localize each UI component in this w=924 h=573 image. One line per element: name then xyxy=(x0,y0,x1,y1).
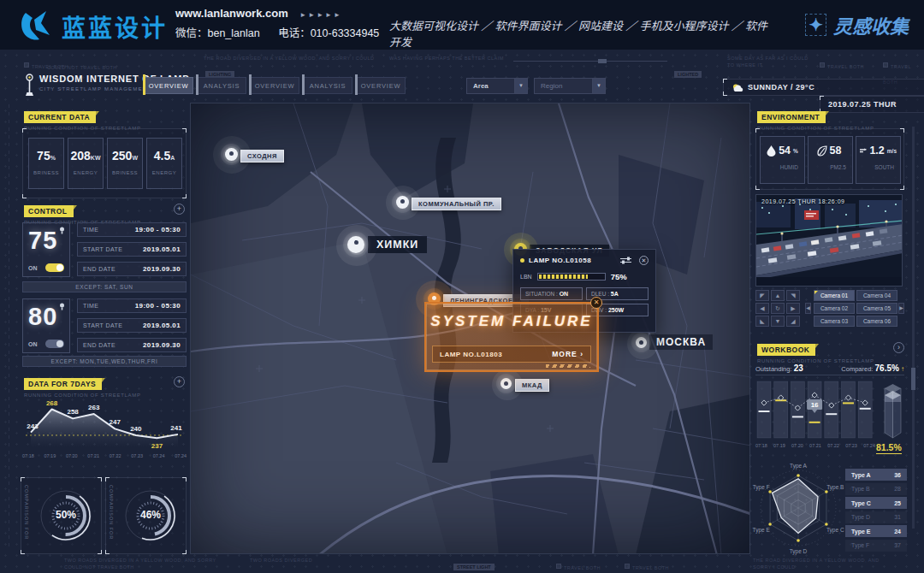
type-row-d[interactable]: Type D31 xyxy=(845,511,907,523)
lamp-toggle-2[interactable] xyxy=(45,340,64,348)
stat-unit: W xyxy=(132,155,138,161)
tab-analysis-2[interactable]: ANALYSIS xyxy=(303,77,352,94)
svg-text:243: 243 xyxy=(27,422,38,430)
camera-button-02[interactable]: Camera 02 xyxy=(814,303,855,314)
type-row-f[interactable]: Type F37 xyxy=(845,540,907,552)
wechat-text: 微信：ben_lanlan xyxy=(175,27,260,39)
lbn-progress-bar xyxy=(537,273,606,281)
left-edge-decor xyxy=(9,104,9,549)
end-date-row-2[interactable]: END DATE2019.09.30 xyxy=(77,338,187,352)
completion-percent: 81.5% xyxy=(876,442,902,454)
tab-analysis-1[interactable]: ANALYSIS xyxy=(197,77,246,94)
city-map[interactable]: СХОДНЯ КОММУНАЛЬНЫЙ ПР. ХИМКИ ЗАВОДСКАЯ … xyxy=(190,103,750,554)
type-row-b[interactable]: Type B28 xyxy=(845,483,907,495)
time-row-1[interactable]: TIME19:00 - 05:30 xyxy=(77,222,187,237)
lamp-popup-close-icon[interactable]: ✕ xyxy=(639,256,649,265)
start-date-row-1[interactable]: START DATE2019.05.01 xyxy=(77,242,187,257)
radar-axis-label: Type E xyxy=(753,527,770,533)
lamp-toggle-1[interactable] xyxy=(45,263,64,272)
pan-up-right-button[interactable]: ◥ xyxy=(786,290,800,301)
pan-down-left-button[interactable]: ◣ xyxy=(755,316,769,327)
field-value: 2019.09.30 xyxy=(143,265,181,273)
camera-list-prev-icon[interactable]: ◀ xyxy=(805,303,811,314)
failure-more-button[interactable]: MORE › xyxy=(552,350,583,358)
pan-up-left-button[interactable]: ◤ xyxy=(755,290,769,301)
radar-axis-label: Type A xyxy=(790,463,807,469)
data7-chip: DATA FOR 7DAYS xyxy=(24,378,102,390)
camera-button-01[interactable]: Camera 01 xyxy=(814,290,855,301)
control-add-button[interactable]: + xyxy=(174,204,185,215)
time-row-2[interactable]: TIME19:00 - 05:30 xyxy=(77,298,187,313)
services-text: 大数据可视化设计 ／ 软件界面设计 ／ 网站建设 ／ 手机及小程序设计 ／ 软件… xyxy=(389,17,774,50)
region-select[interactable]: Region ▼ xyxy=(534,78,606,94)
camera-button-05[interactable]: Camera 05 xyxy=(856,303,897,314)
contact-block: www.lanlanwork.com ►►►►► 微信：ben_lanlan 电… xyxy=(175,7,394,40)
svg-text:258: 258 xyxy=(67,408,79,416)
x-tick: 07.23 xyxy=(131,453,143,458)
tab-overview-3[interactable]: OVERVIEW xyxy=(356,77,406,94)
leaf-icon xyxy=(817,145,827,157)
map-pin-moskva[interactable] xyxy=(636,337,647,348)
camera-button-04[interactable]: Camera 04 xyxy=(856,290,897,301)
website-link[interactable]: www.lanlanwork.com xyxy=(175,7,288,20)
env-card-pm25: 58 PM2.5 xyxy=(808,136,853,184)
wind-icon xyxy=(860,146,867,156)
env-value: 54 xyxy=(779,145,791,157)
brightness-value: 80 xyxy=(28,303,57,330)
pan-down-button[interactable]: ▼ xyxy=(771,316,785,327)
lbn-value: 75% xyxy=(611,272,627,281)
area-select-value: Area xyxy=(467,79,514,93)
type-row-e[interactable]: Type E24 xyxy=(845,525,907,537)
comparison-value-1: 46% xyxy=(127,509,175,521)
camera-video-feed[interactable]: 2019.07.25 THUR 18:26:09 xyxy=(755,194,903,286)
pan-right-button[interactable]: ▶ xyxy=(786,303,800,314)
camera-button-03[interactable]: Camera 03 xyxy=(814,316,855,327)
map-pin-skhodnya[interactable] xyxy=(225,148,238,161)
camera-list-next-icon[interactable]: ▶ xyxy=(898,303,904,314)
tab-label: ANALYSIS xyxy=(204,82,240,90)
brightness-box-2: 80 ON xyxy=(22,298,70,353)
control-header: CONTROL RUNNING CONDITION OF STREETLAMP xyxy=(24,202,141,225)
sliders-icon[interactable] xyxy=(620,257,631,264)
bottom-strip-text-1: TWO ROADS DIVERGED IN A YELLOW WOOD, AND… xyxy=(64,557,227,570)
map-pin-mkad[interactable] xyxy=(500,378,512,389)
svg-text:16: 16 xyxy=(811,401,819,409)
map-pin-khimki[interactable] xyxy=(347,236,364,253)
end-date-row-1[interactable]: END DATE2019.09.30 xyxy=(77,262,187,276)
tab-overview-1[interactable]: OVERVIEW xyxy=(144,77,193,94)
except-bar-2: EXCEPT: MON,TUE,WED,THUR,FRI xyxy=(22,356,187,367)
bottom-strip-checkbox-2: TRAVEL BOTH xyxy=(625,558,669,573)
type-row-c[interactable]: Type C25 xyxy=(845,497,907,509)
map-label-kommunalny: КОММУНАЛЬНЫЙ ПР. xyxy=(412,198,501,210)
start-date-row-2[interactable]: START DATE2019.05.01 xyxy=(77,318,187,333)
map-pin-kommunalny[interactable] xyxy=(396,196,409,209)
map-label-mkad: МКАД xyxy=(515,379,549,392)
tab-overview-2[interactable]: OVERVIEW xyxy=(250,77,299,94)
pan-left-button[interactable]: ◀ xyxy=(755,303,769,314)
env-label: SOUTH xyxy=(860,164,897,170)
data7-add-button[interactable]: + xyxy=(174,376,185,387)
stat-unit: KW xyxy=(91,155,101,161)
field-value: 19:00 - 05:30 xyxy=(135,226,181,233)
stat-card-briness: 75% BRINESS xyxy=(28,138,64,189)
pan-up-button[interactable]: ▲ xyxy=(771,290,785,301)
region-select-value: Region xyxy=(535,79,592,93)
completion-gauge-3d xyxy=(881,380,904,440)
inspiration-collect[interactable]: ✦ 灵感收集 xyxy=(805,11,909,38)
env-unit: % xyxy=(793,148,798,154)
area-select[interactable]: Area ▼ xyxy=(466,78,528,94)
right-scrollbar-decor[interactable] xyxy=(912,127,915,529)
days-xlabels: 07.1807.1907.2007.2107.2207.2307.2407.24 xyxy=(22,453,187,458)
collection-text: 灵感收集 xyxy=(833,11,909,38)
chevron-down-icon: ▼ xyxy=(514,79,527,93)
env-label: HUMID xyxy=(764,164,801,170)
x-tick: 07.21 xyxy=(87,453,99,458)
pan-down-right-button[interactable]: ◢ xyxy=(786,316,800,327)
field-value: 2019.05.01 xyxy=(143,322,181,329)
on-label: ON xyxy=(28,265,38,271)
camera-button-06[interactable]: Camera 06 xyxy=(856,316,897,327)
failure-close-icon[interactable]: ✕ xyxy=(590,297,602,309)
rotate-button[interactable]: ↻ xyxy=(771,303,785,314)
type-row-a[interactable]: Type A36 xyxy=(845,469,907,481)
workbook-more-button[interactable]: › xyxy=(893,342,904,353)
